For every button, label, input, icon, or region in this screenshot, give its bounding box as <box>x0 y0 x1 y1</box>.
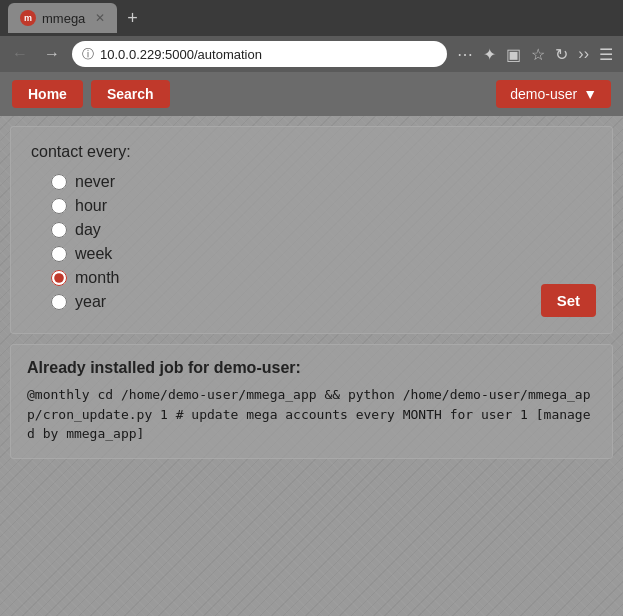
user-menu-button[interactable]: demo-user ▼ <box>496 80 611 108</box>
radio-year[interactable]: year <box>51 291 592 313</box>
close-tab-button[interactable]: ✕ <box>95 11 105 25</box>
radio-week-input[interactable] <box>51 246 67 262</box>
radio-week-label[interactable]: week <box>75 245 112 263</box>
more-icon[interactable]: ⋯ <box>455 43 475 66</box>
installed-code: @monthly cd /home/demo-user/mmega_app &&… <box>27 385 596 444</box>
radio-never[interactable]: never <box>51 171 592 193</box>
set-button[interactable]: Set <box>541 284 596 317</box>
browser-titlebar: m mmega ✕ + <box>0 0 623 36</box>
radio-never-input[interactable] <box>51 174 67 190</box>
search-button[interactable]: Search <box>91 80 170 108</box>
back-button[interactable]: ← <box>8 43 32 65</box>
pocket-icon[interactable]: ✦ <box>481 43 498 66</box>
dropdown-icon: ▼ <box>583 86 597 102</box>
installed-panel: Already installed job for demo-user: @mo… <box>10 344 613 459</box>
new-tab-button[interactable]: + <box>121 8 144 29</box>
radio-never-label[interactable]: never <box>75 173 115 191</box>
app-container: Home Search demo-user ▼ contact every: n… <box>0 72 623 616</box>
nav-left: Home Search <box>12 80 170 108</box>
radio-hour[interactable]: hour <box>51 195 592 217</box>
tab-title: mmega <box>42 11 85 26</box>
radio-day-input[interactable] <box>51 222 67 238</box>
contact-panel: contact every: never hour day week <box>10 126 613 334</box>
radio-day-label[interactable]: day <box>75 221 101 239</box>
radio-month-label[interactable]: month <box>75 269 119 287</box>
address-bar: ← → ⓘ 10.0.0.229:5000/automation ⋯ ✦ ▣ ☆… <box>0 36 623 72</box>
tab-bar: m mmega ✕ + <box>8 3 144 33</box>
menu-icon[interactable]: ☰ <box>597 43 615 66</box>
extend-icon[interactable]: ›› <box>576 43 591 65</box>
content-area: contact every: never hour day week <box>0 116 623 469</box>
radio-month-input[interactable] <box>51 270 67 286</box>
user-label: demo-user <box>510 86 577 102</box>
radio-year-label[interactable]: year <box>75 293 106 311</box>
url-text: 10.0.0.229:5000/automation <box>100 47 262 62</box>
radio-group: never hour day week month <box>51 171 592 313</box>
radio-year-input[interactable] <box>51 294 67 310</box>
active-tab[interactable]: m mmega ✕ <box>8 3 117 33</box>
radio-hour-input[interactable] <box>51 198 67 214</box>
radio-month[interactable]: month <box>51 267 592 289</box>
refresh-icon[interactable]: ↻ <box>553 43 570 66</box>
bookmark-icon[interactable]: ☆ <box>529 43 547 66</box>
url-bar[interactable]: ⓘ 10.0.0.229:5000/automation <box>72 41 447 67</box>
screenshot-icon[interactable]: ▣ <box>504 43 523 66</box>
home-button[interactable]: Home <box>12 80 83 108</box>
security-icon: ⓘ <box>82 46 94 63</box>
contact-label: contact every: <box>31 143 131 161</box>
toolbar-icons: ⋯ ✦ ▣ ☆ ↻ ›› ☰ <box>455 43 615 66</box>
tab-favicon: m <box>20 10 36 26</box>
radio-week[interactable]: week <box>51 243 592 265</box>
nav-bar: Home Search demo-user ▼ <box>0 72 623 116</box>
forward-button[interactable]: → <box>40 43 64 65</box>
installed-title: Already installed job for demo-user: <box>27 359 596 377</box>
radio-day[interactable]: day <box>51 219 592 241</box>
radio-hour-label[interactable]: hour <box>75 197 107 215</box>
